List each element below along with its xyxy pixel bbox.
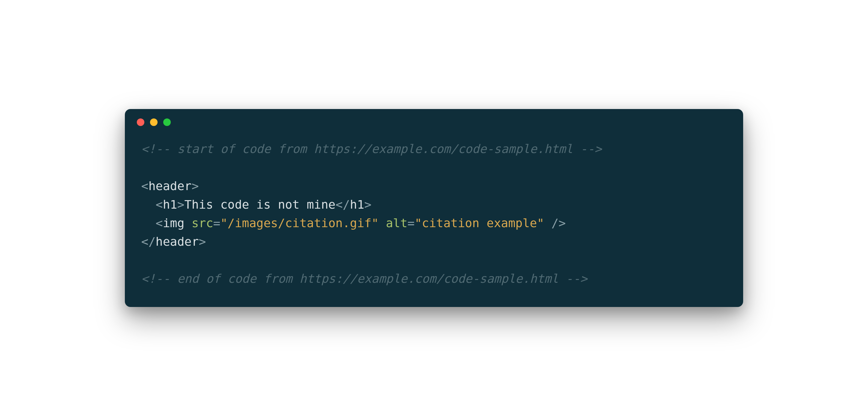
minimize-icon[interactable]	[150, 118, 158, 126]
attr-eq: =	[213, 216, 220, 230]
tag-punct: >	[177, 198, 184, 211]
tag-name: img	[163, 216, 185, 230]
code-window: <!-- start of code from https://example.…	[125, 109, 743, 307]
indent	[141, 216, 156, 230]
tag-punct: <	[156, 198, 163, 211]
attr-value: "/images/citation.gif"	[220, 216, 379, 230]
tag-name: header	[149, 179, 191, 193]
tag-punct: <	[156, 216, 163, 230]
tag-punct: >	[191, 179, 199, 193]
tag-punct: />	[551, 216, 566, 230]
attr-name: alt	[386, 216, 408, 230]
tag-punct: </	[336, 198, 350, 211]
tag-punct: >	[364, 198, 371, 211]
code-content: <!-- start of code from https://example.…	[141, 140, 727, 288]
maximize-icon[interactable]	[163, 118, 171, 126]
attr-name: src	[191, 216, 213, 230]
window-titlebar	[125, 109, 743, 130]
tag-punct: >	[199, 235, 206, 248]
code-comment-end: <!-- end of code from https://example.co…	[141, 272, 587, 286]
attr-eq: =	[408, 216, 415, 230]
indent	[141, 198, 156, 211]
attr-value: "citation example"	[414, 216, 544, 230]
tag-name: h1	[163, 198, 177, 211]
tag-name: header	[156, 235, 199, 248]
code-comment-start: <!-- start of code from https://example.…	[141, 142, 601, 156]
close-icon[interactable]	[137, 118, 144, 126]
tag-punct: </	[141, 235, 156, 248]
tag-punct: <	[141, 179, 149, 193]
code-body: <!-- start of code from https://example.…	[125, 130, 743, 307]
text-content: This code is not mine	[184, 198, 335, 211]
tag-name: h1	[350, 198, 365, 211]
